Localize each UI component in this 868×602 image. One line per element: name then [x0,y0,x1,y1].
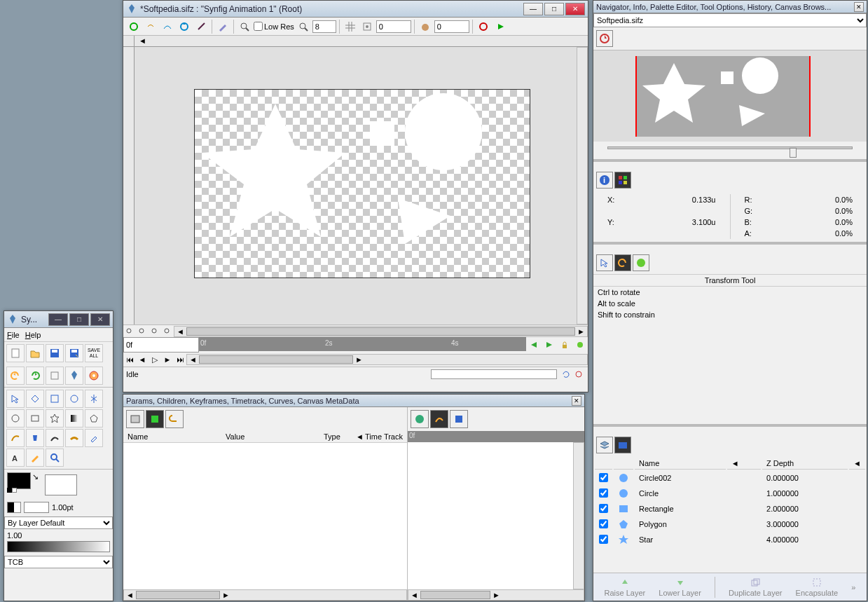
lock-icon[interactable] [557,337,572,353]
maximize-button[interactable]: □ [69,313,89,326]
rectangle-tool[interactable] [26,409,44,427]
sketch-tool[interactable] [26,449,44,467]
params-list[interactable] [123,443,407,589]
settings-button[interactable] [46,367,64,385]
gradient-preview[interactable] [24,502,49,513]
zoom-100-button[interactable] [161,326,174,337]
record-button[interactable] [476,19,491,34]
canvas-tab-icon[interactable] [633,254,649,271]
transform-tool[interactable] [6,390,25,408]
scale-tool[interactable] [46,390,64,408]
snap-button[interactable] [359,19,375,34]
layers-col-depth[interactable]: Z Depth [762,458,848,470]
seek-back-button[interactable]: ◄ [136,352,149,367]
refresh-button[interactable] [177,19,192,34]
layer-visible-checkbox[interactable] [599,504,608,513]
layer-visible-checkbox[interactable] [599,519,608,528]
play-button[interactable] [492,19,508,34]
pen-tool-button[interactable] [215,19,230,34]
col-timetrack[interactable]: Time Track [364,432,403,441]
coord2-input[interactable] [434,20,469,33]
curves-tab-icon[interactable] [430,410,448,428]
eyedropper-tool[interactable] [85,429,103,447]
layer-visible-checkbox[interactable] [599,488,608,498]
smooth-tool[interactable] [26,390,44,408]
open-button[interactable] [26,344,44,362]
canvas-viewport[interactable] [135,47,577,324]
minimize-button[interactable]: — [523,3,543,15]
saveas-button[interactable] [65,344,83,362]
maximize-button[interactable]: □ [544,3,564,15]
opacity-slider[interactable] [7,541,110,552]
about-button[interactable] [65,367,83,385]
meta-tab-icon[interactable] [450,410,468,428]
width-tool[interactable] [65,429,83,447]
zoom-in-button[interactable] [123,326,136,337]
circle-tool[interactable] [6,409,25,427]
zoom-out-button[interactable] [149,326,161,337]
params-scrollbar[interactable]: ◄► [123,589,407,601]
info-tab-icon[interactable]: i [596,172,613,189]
quality-input[interactable] [312,20,336,33]
history-tab-icon[interactable] [614,254,631,271]
swap-colors-icon[interactable]: ↘ [32,472,42,482]
redo-button[interactable] [26,367,44,385]
close-button[interactable]: ✕ [572,396,581,406]
zoom-tool[interactable] [46,449,64,467]
timetrack-scrollbar-h[interactable]: ◄► [408,589,584,601]
bline-tool[interactable] [6,429,25,447]
close-button[interactable]: ✕ [565,3,585,15]
canvas-scrollbar-h[interactable]: ◄► [174,326,588,337]
close-button[interactable]: ✕ [90,313,110,326]
timetrack-header[interactable]: 0f [408,431,584,442]
layer-row[interactable]: Circle0020.000000 [595,471,865,485]
seek-last-button[interactable]: ⏭ [174,352,186,367]
menu-file[interactable]: File [7,331,20,339]
canvas-area[interactable] [194,89,530,278]
lowres-checkbox[interactable] [254,22,263,31]
seek-fwd-button[interactable]: ► [161,352,174,367]
layer-row[interactable]: Rectangle2.000000 [595,502,865,516]
raise-layer-button[interactable]: Raise Layer [605,577,646,597]
ruler-horizontal[interactable]: ◄ [135,36,588,47]
layer-visible-checkbox[interactable] [599,473,608,482]
layers-tab-icon[interactable] [596,437,613,453]
keyframe-dot-icon[interactable] [572,337,588,353]
nav-zoom-slider[interactable] [593,146,867,159]
timeline[interactable]: 0f 2s 4s [199,337,526,351]
toolbox-titlebar[interactable]: Sy... — □ ✕ [4,311,113,328]
gradient-tool[interactable] [65,409,83,427]
file-select[interactable]: Softpedia.sifz [593,13,867,27]
help-button[interactable] [85,367,103,385]
interp-select[interactable]: TCB [4,556,113,568]
navigator-tab-icon[interactable] [596,30,613,47]
groups-tab-icon[interactable] [614,437,631,453]
seek-prev-icon[interactable] [526,337,542,353]
close-button[interactable]: ✕ [854,2,864,12]
timetrack-scrollbar-v[interactable] [573,442,584,589]
feather-button[interactable] [193,19,209,34]
layer-visible-checkbox[interactable] [599,535,608,544]
zoom-button[interactable] [237,19,252,34]
navigator-preview[interactable] [593,50,867,142]
bg-color[interactable] [45,474,77,495]
onion-button[interactable] [418,19,433,34]
canvas-titlebar[interactable]: *Softpedia.sifz : "Synfig Animation 1" (… [123,1,588,18]
seek-first-button[interactable]: ⏮ [123,352,136,367]
timetrack-tab-icon[interactable] [411,410,429,428]
minimize-button[interactable]: — [48,313,68,326]
params-titlebar[interactable]: Params, Children, Keyframes, Timetrack, … [123,395,584,407]
undo-button[interactable] [6,367,25,385]
coord1-input[interactable] [376,20,411,33]
timetrack-area[interactable] [408,442,584,589]
star-tool[interactable] [46,409,64,427]
saveall-button[interactable]: SAVE ALL [85,344,103,362]
menu-help[interactable]: Help [25,331,41,339]
layer-row[interactable]: Polygon3.000000 [595,517,865,531]
canvas-scrollbar-v[interactable] [577,47,588,324]
fg-color[interactable] [7,472,31,489]
new-button[interactable] [6,344,25,362]
cancel-status-button[interactable] [572,367,585,382]
params-tab-icon[interactable] [126,410,144,428]
layers-col-name[interactable]: Name [635,458,726,470]
